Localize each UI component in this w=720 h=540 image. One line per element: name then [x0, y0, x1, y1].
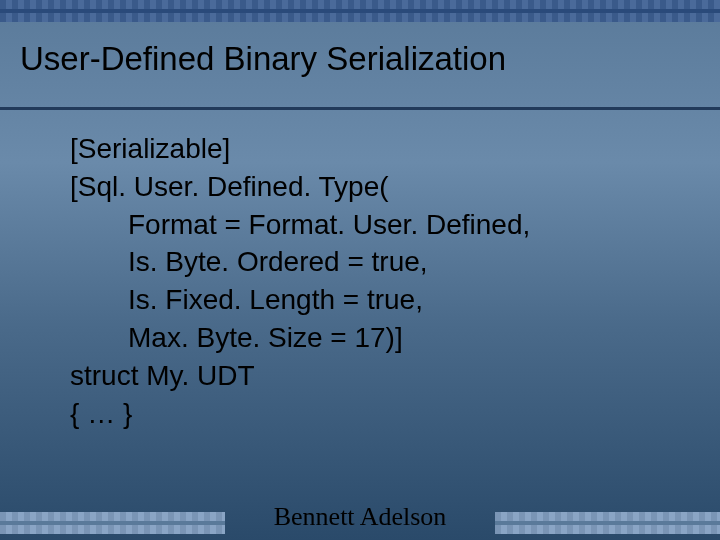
- code-line: { … }: [70, 395, 680, 433]
- slide: User-Defined Binary Serialization [Seria…: [0, 0, 720, 540]
- footer-text: Bennett Adelson: [260, 502, 461, 532]
- title-underline: [0, 107, 720, 110]
- code-line: [Sql. User. Defined. Type(: [70, 168, 680, 206]
- slide-title: User-Defined Binary Serialization: [20, 40, 700, 78]
- code-line: struct My. UDT: [70, 357, 680, 395]
- title-area: User-Defined Binary Serialization: [20, 30, 700, 110]
- code-line: Is. Byte. Ordered = true,: [70, 243, 680, 281]
- footer-area: Bennett Adelson: [0, 500, 720, 534]
- code-line: Format = Format. User. Defined,: [70, 206, 680, 244]
- top-border-decoration: [0, 0, 720, 22]
- code-block: [Serializable] [Sql. User. Defined. Type…: [70, 130, 680, 432]
- code-line: Is. Fixed. Length = true,: [70, 281, 680, 319]
- code-line: Max. Byte. Size = 17)]: [70, 319, 680, 357]
- code-line: [Serializable]: [70, 130, 680, 168]
